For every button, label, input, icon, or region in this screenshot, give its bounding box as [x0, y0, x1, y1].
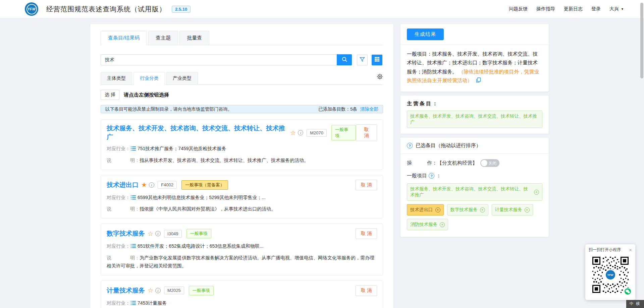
result-title-link[interactable]: 数字技术服务 [107, 229, 145, 238]
search-input[interactable] [101, 54, 337, 65]
general-items-row: 一般项目 ? ： [407, 173, 542, 179]
cancel-button[interactable]: 取 消 [356, 228, 377, 239]
wechat-icon [624, 288, 632, 295]
generate-result-button[interactable]: 生成结果 [407, 28, 444, 40]
industry-text: 651软件开发；652集成电路设计；653信息系统集成和物联... [138, 243, 264, 249]
tab-industry-category[interactable]: 行业分类 [133, 72, 165, 85]
selected-tag-label: 计量技术服务 [495, 207, 522, 213]
list-icon [131, 300, 136, 308]
notice-right: 已添加条目数：5条 清除全部 [318, 106, 378, 112]
funnel-icon [360, 57, 365, 63]
nav-changelog-link[interactable]: 更新日志 [564, 6, 583, 12]
main-entry-card: 主营条目： 技术服务、技术开发、技术咨询、技术交流、技术转让、技术推广 [400, 96, 549, 134]
tab-topic[interactable]: 查主题 [148, 31, 178, 45]
selected-entries-header: ? 已选条目（拖动以进行排序） [400, 138, 549, 154]
status-badge: 一般事项 [186, 229, 211, 238]
remove-tag-icon[interactable]: × [480, 207, 485, 212]
question-circle-icon[interactable]: ? [429, 173, 434, 179]
result-item: 计量技术服务 ☆ i M2025 一般事项 取 消 对应行业：7453计量服务 … [101, 281, 383, 308]
selected-tag[interactable]: 技术进出口 × [407, 204, 444, 215]
selected-tag[interactable]: 计量技术服务 × [492, 204, 533, 215]
qr-code: YFW [591, 255, 630, 294]
page-title: 经营范围规范表述查询系统（试用版） [46, 5, 166, 14]
tab-entry-result-code[interactable]: 查条目/结果码 [101, 31, 147, 45]
nav-guide-link[interactable]: 操作指导 [536, 6, 555, 12]
list-icon [131, 145, 136, 153]
nav-feedback-link[interactable]: 问题反馈 [509, 6, 528, 12]
app-header: YFW 经营范围规范表述查询系统（试用版） 2.5.10 问题反馈 操作指导 更… [0, 0, 644, 18]
qr-center-logo: YFW [606, 270, 615, 280]
operation-name: 【分支机构经营】 [437, 160, 477, 166]
star-icon[interactable]: ☆ [148, 231, 153, 237]
result-item-head: 技术进出口 ★ i F4002 一般事项（需备案） 取 消 [107, 180, 377, 190]
info-icon[interactable]: i [155, 231, 161, 236]
corner-watermark: 中 横 [626, 300, 644, 308]
filter-button[interactable] [357, 55, 368, 65]
industry-text: 6599其他未列明信息技术服务业；5299其他未列明零售业；... [138, 195, 266, 200]
query-mode-tabs: 查条目/结果码 查主题 批量查 [101, 31, 383, 45]
selected-tag[interactable]: 技术服务、技术开发、技术咨询、技术交流、技术转让、技术推广 × [407, 183, 542, 201]
question-circle-icon[interactable]: ? [407, 143, 413, 148]
info-icon[interactable]: i [149, 182, 154, 188]
search-button[interactable] [337, 54, 352, 65]
scrollbar-thumb[interactable] [640, 3, 643, 78]
toggle-label: 关闭 [488, 161, 496, 166]
industry-line: 对应行业：751技术推广服务；7459其他质检技术服务 [107, 145, 377, 153]
header-nav: 问题反馈 操作指导 更新日志 登录 大兴 ▼ [509, 6, 624, 12]
qr-logo-text: YFW [607, 273, 613, 276]
cancel-button[interactable]: 取 消 [356, 124, 377, 141]
tab-subject-type[interactable]: 主体类型 [101, 72, 132, 85]
region-label: 大兴 [609, 6, 619, 12]
copy-icon[interactable] [476, 77, 481, 85]
list-icon [131, 194, 136, 202]
desc-label: 说 明： [107, 206, 140, 211]
cancel-button[interactable]: 取 消 [356, 180, 377, 190]
industry-text: 751技术推广服务；7459其他质检技术服务 [138, 146, 226, 151]
result-title-link[interactable]: 技术服务、技术开发、技术咨询、技术交流、技术转让、技术推广 [107, 124, 287, 141]
desc-line: 说 明：指依据《中华人民共和国对外贸易法》，从事技术进出口的活动。 [107, 205, 377, 213]
gear-icon[interactable] [377, 73, 383, 81]
remove-tag-icon[interactable]: × [435, 207, 440, 212]
tab-industry-type[interactable]: 产业类型 [166, 72, 198, 85]
remove-tag-icon[interactable]: × [440, 222, 445, 227]
select-button[interactable]: 选 择 [101, 90, 119, 100]
industry-line: 对应行业：7453计量服务 [107, 299, 377, 308]
result-item-head: 数字技术服务 ☆ i I3049 一般事项 取 消 [107, 228, 377, 239]
cancel-button[interactable]: 取 消 [356, 285, 377, 296]
star-icon[interactable]: ★ [141, 182, 147, 188]
info-icon[interactable]: i [298, 130, 303, 135]
selected-tag[interactable]: 数字技术服务 × [447, 204, 488, 215]
industry-label: 对应行业： [107, 300, 130, 306]
desc-line: 说 明：为产业数字化发展提供数字技术服务解决方案的经济活动。从事广播电视、增值电… [107, 254, 377, 270]
search-row [101, 54, 383, 65]
chevron-down-icon: ▼ [621, 7, 624, 11]
close-icon[interactable]: × [629, 247, 632, 252]
filter-category-tabs: 主体类型 行业分类 产业类型 [101, 72, 383, 85]
nav-login-link[interactable]: 登录 [591, 6, 601, 12]
tab-batch[interactable]: 批量查 [179, 31, 209, 45]
clear-all-link[interactable]: 清除全部 [360, 106, 378, 112]
result-sidebar: 生成结果 一般项目：技术服务、技术开发、技术咨询、技术交流、技术转让、技术推广；… [400, 24, 549, 241]
selected-entries-title: 已选条目（拖动以进行排序） [416, 142, 481, 149]
list-icon [131, 243, 136, 251]
result-code-badge: M2025 [164, 287, 184, 294]
result-title-link[interactable]: 计量技术服务 [107, 286, 145, 295]
notice-text: 以下条目可能涉及禁止限制目录，请向当地市场监管部门咨询。 [105, 106, 232, 112]
region-selector[interactable]: 大兴 ▼ [609, 6, 624, 12]
remove-tag-icon[interactable]: × [534, 190, 539, 195]
added-count: 已添加条目数：5条 [318, 106, 357, 112]
star-icon[interactable]: ☆ [148, 287, 153, 294]
star-icon[interactable]: ☆ [290, 130, 296, 136]
grid-view-button[interactable] [372, 55, 382, 65]
remove-tag-icon[interactable]: × [525, 207, 530, 212]
info-icon[interactable]: i [155, 288, 161, 293]
industry-label: 对应行业： [107, 146, 130, 151]
result-title-link[interactable]: 技术进出口 [107, 181, 139, 189]
selected-tag[interactable]: 消防技术服务 × [407, 219, 448, 230]
app-logo-text: YFW [26, 4, 37, 14]
industry-line: 对应行业：651软件开发；652集成电路设计；653信息系统集成和物联... [107, 242, 377, 251]
select-hint: 请点击左侧按钮选择 [124, 92, 169, 98]
industry-label: 对应行业： [107, 243, 130, 249]
branch-operation-toggle[interactable]: 关闭 [480, 159, 499, 167]
search-icon [341, 56, 347, 63]
